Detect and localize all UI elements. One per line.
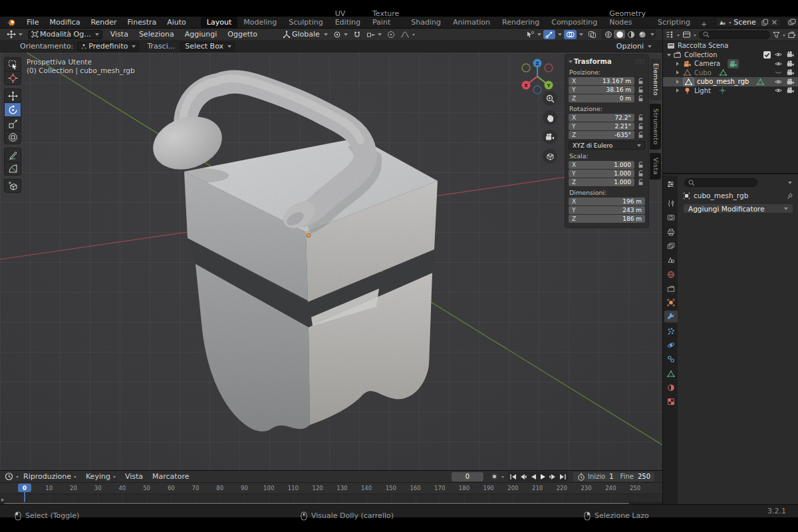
timeline-menu-keying[interactable]: Keying <box>81 472 120 481</box>
add-workspace-button[interactable]: + <box>696 20 712 29</box>
viewport-menu-aggiungi[interactable]: Aggiungi <box>180 30 223 39</box>
lock-icon[interactable] <box>636 77 645 85</box>
tool-scale[interactable] <box>4 116 21 130</box>
workspace-tab-animation[interactable]: Animation <box>447 17 496 29</box>
hide-render-icon[interactable] <box>786 60 795 68</box>
workspace-tab-modeling[interactable]: Modeling <box>237 17 283 29</box>
outliner-search-input[interactable] <box>699 31 770 39</box>
display-mode-icon[interactable] <box>682 31 691 39</box>
properties-tab-output[interactable] <box>664 226 678 238</box>
blender-logo-icon[interactable] <box>6 18 16 27</box>
transform-orientation-button[interactable]: Globale <box>280 29 331 39</box>
menu-file[interactable]: File <box>21 18 44 27</box>
value-slider-z[interactable]: Z186 m <box>569 215 645 223</box>
gizmo-axis-neg-z[interactable] <box>533 86 541 94</box>
menu-modifica[interactable]: Modifica <box>44 18 85 27</box>
outliner-root-row[interactable]: Raccolta Scena <box>663 41 798 51</box>
record-button[interactable] <box>490 472 499 481</box>
hide-viewport-icon[interactable] <box>774 78 783 86</box>
viewport-menu-oggetto[interactable]: Oggetto <box>222 30 263 39</box>
object-origin-dot[interactable] <box>307 233 311 237</box>
proportional-falloff-button[interactable] <box>398 30 418 39</box>
shading-material-button[interactable] <box>625 30 636 39</box>
tool-measure[interactable] <box>4 162 21 176</box>
lock-icon[interactable] <box>636 86 645 94</box>
properties-tab-render[interactable] <box>664 211 678 223</box>
close-scene-icon[interactable] <box>770 19 779 25</box>
workspace-tab-texture-paint[interactable]: Texture Paint <box>366 8 405 29</box>
timeline-expand-icon[interactable]: ▸ <box>1 496 5 503</box>
lock-icon[interactable] <box>636 94 645 102</box>
lock-icon[interactable] <box>636 122 645 130</box>
expand-icon[interactable] <box>676 80 681 84</box>
breadcrumb-object-name[interactable]: cubo_mesh_rgb <box>694 192 748 200</box>
options-button[interactable]: Opzioni <box>612 41 654 51</box>
tool-move[interactable] <box>4 88 21 102</box>
workspace-tab-geometry-nodes[interactable]: Geometry Nodes <box>603 8 652 29</box>
scene-selector[interactable]: Scene <box>716 17 781 27</box>
workspace-tab-shading[interactable]: Shading <box>405 17 447 29</box>
timeline-tracks[interactable] <box>0 494 662 502</box>
end-value-field[interactable]: 250 <box>636 473 650 480</box>
lock-icon[interactable] <box>636 114 645 122</box>
mode-selector[interactable]: Modalità Og... <box>28 30 102 39</box>
tool-annotate[interactable] <box>4 148 21 162</box>
value-slider-z[interactable]: Z1.000 <box>569 178 634 186</box>
jump-to-end-button[interactable] <box>558 471 568 481</box>
hide-viewport-icon[interactable] <box>774 60 783 68</box>
value-slider-y[interactable]: Y2.21° <box>569 122 634 130</box>
navigation-gizmo[interactable]: Z X Y <box>517 55 557 95</box>
value-slider-x[interactable]: X13.167 m <box>569 77 634 85</box>
workspace-tab-scripting[interactable]: Scripting <box>652 17 696 29</box>
hide-viewport-icon[interactable] <box>774 51 783 59</box>
outliner-row-label[interactable]: Light <box>694 87 711 94</box>
viewport-canvas[interactable]: Prospettiva Utente (0) Collection | cubo… <box>0 53 662 470</box>
tool-cursor[interactable] <box>4 71 21 85</box>
editor-type-button[interactable] <box>4 29 25 39</box>
hide-render-icon[interactable] <box>786 51 795 59</box>
pan-button[interactable] <box>543 110 557 125</box>
show-gizmo-button[interactable] <box>543 30 555 39</box>
value-slider-x[interactable]: X1.000 <box>569 161 634 169</box>
menu-finestra[interactable]: Finestra <box>122 18 162 27</box>
jump-to-start-button[interactable] <box>508 471 518 481</box>
value-slider-x[interactable]: X196 m <box>569 198 645 205</box>
properties-tab-object[interactable] <box>664 297 678 309</box>
tool-transform[interactable] <box>4 130 21 144</box>
panel-grip-icon[interactable]: :::: <box>635 59 645 65</box>
hide-render-icon[interactable] <box>786 86 795 94</box>
properties-tab-collection-props[interactable] <box>664 283 678 295</box>
orientation-preset-dropdown[interactable]: Predefinito <box>77 42 139 51</box>
viewport-3d[interactable]: Modalità Og... VistaSelezionaAggiungiOgg… <box>0 29 662 470</box>
new-collection-icon[interactable] <box>788 31 796 39</box>
timeline-menu-vista[interactable]: Vista <box>120 472 148 481</box>
menu-aiuto[interactable]: Aiuto <box>162 18 192 27</box>
viewport-menu-vista[interactable]: Vista <box>105 30 134 39</box>
workspace-tab-compositing[interactable]: Compositing <box>545 17 603 29</box>
value-slider-y[interactable]: Y38.16 m <box>569 86 634 94</box>
hide-viewport-icon[interactable] <box>774 86 783 94</box>
outliner-editor-icon[interactable] <box>666 31 674 39</box>
properties-filter-chevron-icon[interactable] <box>788 182 792 186</box>
panel-header[interactable]: Trasforma :::: <box>569 57 645 66</box>
playhead-frame-chip[interactable]: 0 <box>18 483 31 492</box>
pin-icon[interactable] <box>786 192 793 200</box>
timeline-editor-icon[interactable] <box>5 472 13 481</box>
properties-tab-tool[interactable] <box>664 198 678 209</box>
sidebar-tab-strumento[interactable]: Strumento <box>650 104 661 150</box>
view-layer-selector[interactable]: ViewLayer <box>785 17 798 27</box>
shading-wireframe-button[interactable] <box>602 30 614 39</box>
properties-tab-view-layer[interactable] <box>664 240 678 252</box>
lock-icon[interactable] <box>636 131 645 139</box>
value-slider-y[interactable]: Y243 m <box>569 206 645 214</box>
outliner-row-label[interactable]: Raccolta Scena <box>678 42 728 49</box>
value-slider-y[interactable]: Y1.000 <box>569 170 634 178</box>
filter-icon[interactable] <box>773 31 780 39</box>
outliner-row-cubo_mesh_rgb[interactable]: cubo_mesh_rgb <box>663 77 798 86</box>
gizmo-axis-neg-x[interactable] <box>545 64 553 72</box>
outliner-row-label[interactable]: Collection <box>684 51 717 59</box>
object-visibility-button[interactable] <box>524 30 543 39</box>
properties-tab-scene[interactable] <box>664 254 678 266</box>
zoom-button[interactable] <box>543 91 557 106</box>
sidebar-tab-elemento[interactable]: Elemento <box>650 59 661 100</box>
